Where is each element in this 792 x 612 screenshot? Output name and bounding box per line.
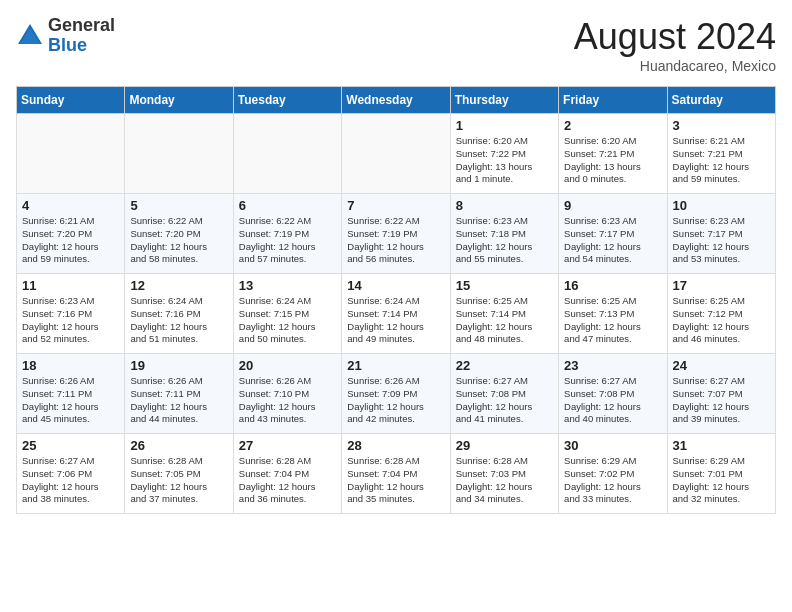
day-number: 17: [673, 278, 770, 293]
day-number: 21: [347, 358, 444, 373]
calendar-cell: 11Sunrise: 6:23 AM Sunset: 7:16 PM Dayli…: [17, 274, 125, 354]
calendar-cell: 24Sunrise: 6:27 AM Sunset: 7:07 PM Dayli…: [667, 354, 775, 434]
day-info: Sunrise: 6:26 AM Sunset: 7:10 PM Dayligh…: [239, 375, 336, 426]
day-number: 15: [456, 278, 553, 293]
calendar-cell: 29Sunrise: 6:28 AM Sunset: 7:03 PM Dayli…: [450, 434, 558, 514]
day-info: Sunrise: 6:24 AM Sunset: 7:14 PM Dayligh…: [347, 295, 444, 346]
day-info: Sunrise: 6:29 AM Sunset: 7:02 PM Dayligh…: [564, 455, 661, 506]
calendar-cell: 3Sunrise: 6:21 AM Sunset: 7:21 PM Daylig…: [667, 114, 775, 194]
day-info: Sunrise: 6:24 AM Sunset: 7:16 PM Dayligh…: [130, 295, 227, 346]
calendar-cell: 12Sunrise: 6:24 AM Sunset: 7:16 PM Dayli…: [125, 274, 233, 354]
calendar-week-row: 1Sunrise: 6:20 AM Sunset: 7:22 PM Daylig…: [17, 114, 776, 194]
calendar-cell: 19Sunrise: 6:26 AM Sunset: 7:11 PM Dayli…: [125, 354, 233, 434]
calendar-cell: 5Sunrise: 6:22 AM Sunset: 7:20 PM Daylig…: [125, 194, 233, 274]
day-number: 10: [673, 198, 770, 213]
calendar-cell: 16Sunrise: 6:25 AM Sunset: 7:13 PM Dayli…: [559, 274, 667, 354]
weekday-header: Sunday: [17, 87, 125, 114]
logo-general: General: [48, 16, 115, 36]
day-info: Sunrise: 6:23 AM Sunset: 7:18 PM Dayligh…: [456, 215, 553, 266]
logo-blue: Blue: [48, 36, 115, 56]
day-number: 2: [564, 118, 661, 133]
calendar-cell: 28Sunrise: 6:28 AM Sunset: 7:04 PM Dayli…: [342, 434, 450, 514]
weekday-header: Wednesday: [342, 87, 450, 114]
day-number: 9: [564, 198, 661, 213]
day-number: 23: [564, 358, 661, 373]
day-info: Sunrise: 6:21 AM Sunset: 7:20 PM Dayligh…: [22, 215, 119, 266]
day-number: 7: [347, 198, 444, 213]
day-number: 29: [456, 438, 553, 453]
day-info: Sunrise: 6:24 AM Sunset: 7:15 PM Dayligh…: [239, 295, 336, 346]
calendar-cell: [17, 114, 125, 194]
logo-icon: [16, 22, 44, 50]
calendar-cell: 8Sunrise: 6:23 AM Sunset: 7:18 PM Daylig…: [450, 194, 558, 274]
calendar-cell: 9Sunrise: 6:23 AM Sunset: 7:17 PM Daylig…: [559, 194, 667, 274]
calendar-cell: 10Sunrise: 6:23 AM Sunset: 7:17 PM Dayli…: [667, 194, 775, 274]
calendar-cell: 26Sunrise: 6:28 AM Sunset: 7:05 PM Dayli…: [125, 434, 233, 514]
day-number: 8: [456, 198, 553, 213]
weekday-header-row: SundayMondayTuesdayWednesdayThursdayFrid…: [17, 87, 776, 114]
title-section: August 2024 Huandacareo, Mexico: [574, 16, 776, 74]
day-info: Sunrise: 6:28 AM Sunset: 7:05 PM Dayligh…: [130, 455, 227, 506]
day-number: 19: [130, 358, 227, 373]
day-number: 28: [347, 438, 444, 453]
calendar-table: SundayMondayTuesdayWednesdayThursdayFrid…: [16, 86, 776, 514]
day-info: Sunrise: 6:22 AM Sunset: 7:20 PM Dayligh…: [130, 215, 227, 266]
day-number: 6: [239, 198, 336, 213]
day-info: Sunrise: 6:20 AM Sunset: 7:22 PM Dayligh…: [456, 135, 553, 186]
calendar-cell: 23Sunrise: 6:27 AM Sunset: 7:08 PM Dayli…: [559, 354, 667, 434]
calendar-week-row: 4Sunrise: 6:21 AM Sunset: 7:20 PM Daylig…: [17, 194, 776, 274]
day-info: Sunrise: 6:23 AM Sunset: 7:16 PM Dayligh…: [22, 295, 119, 346]
weekday-header: Tuesday: [233, 87, 341, 114]
day-number: 22: [456, 358, 553, 373]
calendar-week-row: 11Sunrise: 6:23 AM Sunset: 7:16 PM Dayli…: [17, 274, 776, 354]
day-number: 13: [239, 278, 336, 293]
calendar-cell: [125, 114, 233, 194]
day-info: Sunrise: 6:22 AM Sunset: 7:19 PM Dayligh…: [347, 215, 444, 266]
calendar-cell: 31Sunrise: 6:29 AM Sunset: 7:01 PM Dayli…: [667, 434, 775, 514]
day-number: 11: [22, 278, 119, 293]
day-number: 12: [130, 278, 227, 293]
logo-text: General Blue: [48, 16, 115, 56]
day-number: 14: [347, 278, 444, 293]
calendar-cell: 14Sunrise: 6:24 AM Sunset: 7:14 PM Dayli…: [342, 274, 450, 354]
day-info: Sunrise: 6:21 AM Sunset: 7:21 PM Dayligh…: [673, 135, 770, 186]
day-number: 25: [22, 438, 119, 453]
day-info: Sunrise: 6:22 AM Sunset: 7:19 PM Dayligh…: [239, 215, 336, 266]
calendar-cell: 15Sunrise: 6:25 AM Sunset: 7:14 PM Dayli…: [450, 274, 558, 354]
day-number: 16: [564, 278, 661, 293]
day-info: Sunrise: 6:25 AM Sunset: 7:12 PM Dayligh…: [673, 295, 770, 346]
calendar-week-row: 25Sunrise: 6:27 AM Sunset: 7:06 PM Dayli…: [17, 434, 776, 514]
calendar-cell: [233, 114, 341, 194]
page-header: General Blue August 2024 Huandacareo, Me…: [16, 16, 776, 74]
day-info: Sunrise: 6:27 AM Sunset: 7:08 PM Dayligh…: [456, 375, 553, 426]
calendar-cell: 30Sunrise: 6:29 AM Sunset: 7:02 PM Dayli…: [559, 434, 667, 514]
day-number: 30: [564, 438, 661, 453]
day-info: Sunrise: 6:29 AM Sunset: 7:01 PM Dayligh…: [673, 455, 770, 506]
calendar-week-row: 18Sunrise: 6:26 AM Sunset: 7:11 PM Dayli…: [17, 354, 776, 434]
day-info: Sunrise: 6:27 AM Sunset: 7:06 PM Dayligh…: [22, 455, 119, 506]
day-info: Sunrise: 6:23 AM Sunset: 7:17 PM Dayligh…: [564, 215, 661, 266]
day-info: Sunrise: 6:25 AM Sunset: 7:13 PM Dayligh…: [564, 295, 661, 346]
day-number: 3: [673, 118, 770, 133]
weekday-header: Saturday: [667, 87, 775, 114]
weekday-header: Thursday: [450, 87, 558, 114]
calendar-cell: 22Sunrise: 6:27 AM Sunset: 7:08 PM Dayli…: [450, 354, 558, 434]
weekday-header: Friday: [559, 87, 667, 114]
calendar-cell: 2Sunrise: 6:20 AM Sunset: 7:21 PM Daylig…: [559, 114, 667, 194]
day-info: Sunrise: 6:27 AM Sunset: 7:08 PM Dayligh…: [564, 375, 661, 426]
day-info: Sunrise: 6:26 AM Sunset: 7:11 PM Dayligh…: [130, 375, 227, 426]
day-info: Sunrise: 6:23 AM Sunset: 7:17 PM Dayligh…: [673, 215, 770, 266]
calendar-cell: 21Sunrise: 6:26 AM Sunset: 7:09 PM Dayli…: [342, 354, 450, 434]
day-info: Sunrise: 6:27 AM Sunset: 7:07 PM Dayligh…: [673, 375, 770, 426]
day-number: 1: [456, 118, 553, 133]
day-info: Sunrise: 6:26 AM Sunset: 7:09 PM Dayligh…: [347, 375, 444, 426]
calendar-cell: 6Sunrise: 6:22 AM Sunset: 7:19 PM Daylig…: [233, 194, 341, 274]
weekday-header: Monday: [125, 87, 233, 114]
location: Huandacareo, Mexico: [574, 58, 776, 74]
calendar-cell: 4Sunrise: 6:21 AM Sunset: 7:20 PM Daylig…: [17, 194, 125, 274]
day-info: Sunrise: 6:25 AM Sunset: 7:14 PM Dayligh…: [456, 295, 553, 346]
day-number: 5: [130, 198, 227, 213]
day-info: Sunrise: 6:28 AM Sunset: 7:03 PM Dayligh…: [456, 455, 553, 506]
calendar-cell: 25Sunrise: 6:27 AM Sunset: 7:06 PM Dayli…: [17, 434, 125, 514]
day-number: 24: [673, 358, 770, 373]
